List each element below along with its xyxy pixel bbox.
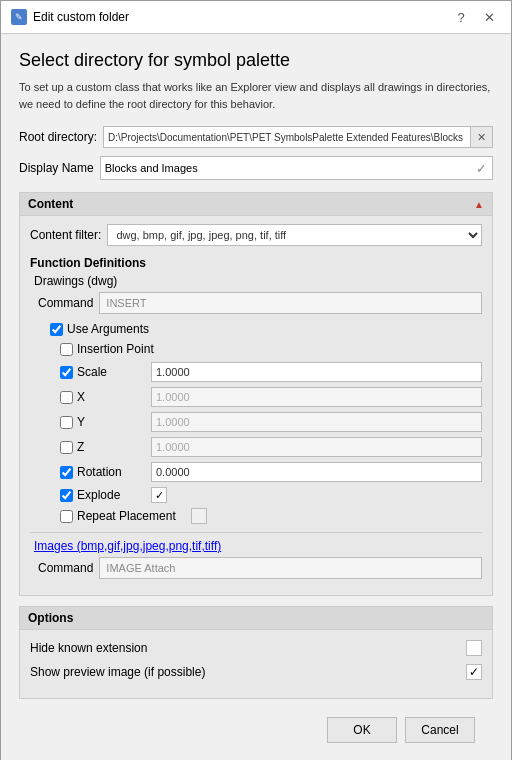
z-input[interactable] [151,437,482,457]
use-arguments-label: Use Arguments [67,322,149,336]
images-command-input[interactable] [99,557,482,579]
explode-row: Explode ✓ [60,487,482,503]
options-section-body: Hide known extension Show preview image … [20,630,492,698]
rotation-label: Rotation [77,465,147,479]
z-row: Z [60,437,482,457]
cancel-button[interactable]: Cancel [405,717,475,743]
title-buttons: ? ✕ [449,7,501,27]
images-command-row: Command [38,557,482,579]
hide-extension-row: Hide known extension [30,640,482,656]
scale-checkbox[interactable] [60,366,73,379]
display-name-row: Display Name ✓ [19,156,493,180]
explode-inner-checkbox[interactable]: ✓ [151,487,167,503]
x-row: X [60,387,482,407]
drawings-label: Drawings (dwg) [34,274,482,288]
repeat-placement-label: Repeat Placement [77,509,187,523]
root-directory-row: Root directory: ✕ [19,126,493,148]
dialog: ✎ Edit custom folder ? ✕ Select director… [0,0,512,760]
help-button[interactable]: ? [449,7,473,27]
content-collapse-icon: ▲ [474,199,484,210]
section-divider [30,532,482,533]
content-section-header[interactable]: Content ▲ [20,193,492,216]
close-button[interactable]: ✕ [477,7,501,27]
display-name-label: Display Name [19,161,94,175]
content-filter-select-wrapper: dwg, bmp, gif, jpg, jpeg, png, tif, tiff [107,224,482,246]
scale-input[interactable] [151,362,482,382]
display-name-field: ✓ [100,156,493,180]
command-input[interactable] [99,292,482,314]
scale-row: Scale [60,362,482,382]
content-filter-label: Content filter: [30,228,101,242]
use-arguments-checkbox[interactable] [50,323,63,336]
command-row: Command [38,292,482,314]
command-label: Command [38,296,93,310]
rotation-input[interactable] [151,462,482,482]
y-checkbox[interactable] [60,416,73,429]
dialog-title-bar: Edit custom folder [33,10,129,24]
options-section-title: Options [28,611,73,625]
repeat-placement-checkbox[interactable] [60,510,73,523]
explode-label: Explode [77,488,147,502]
content-section: Content ▲ Content filter: dwg, bmp, gif,… [19,192,493,596]
title-bar: ✎ Edit custom folder ? ✕ [1,1,511,34]
root-directory-clear-button[interactable]: ✕ [471,126,493,148]
display-name-input[interactable] [101,157,470,179]
hide-extension-checkbox[interactable] [466,640,482,656]
dialog-description: To set up a custom class that works like… [19,79,493,112]
z-label: Z [77,440,147,454]
y-row: Y [60,412,482,432]
content-section-body: Content filter: dwg, bmp, gif, jpg, jpeg… [20,216,492,595]
ok-button[interactable]: OK [327,717,397,743]
options-section-header[interactable]: Options [20,607,492,630]
hide-extension-label: Hide known extension [30,641,460,655]
x-checkbox[interactable] [60,391,73,404]
rotation-row: Rotation [60,462,482,482]
dialog-body: Select directory for symbol palette To s… [1,34,511,760]
explode-checkbox[interactable] [60,489,73,502]
y-label: Y [77,415,147,429]
repeat-placement-indicator [191,508,207,524]
images-label: Images (bmp,gif,jpg,jpeg,png,tif,tiff) [34,539,482,553]
options-section: Options Hide known extension Show previe… [19,606,493,699]
images-command-label: Command [38,561,93,575]
x-input[interactable] [151,387,482,407]
show-preview-label: Show preview image (if possible) [30,665,460,679]
y-input[interactable] [151,412,482,432]
display-name-check-icon: ✓ [470,157,492,179]
repeat-placement-row: Repeat Placement [60,508,482,524]
function-definitions-label: Function Definitions [30,256,482,270]
content-section-title: Content [28,197,73,211]
use-arguments-row: Use Arguments [50,322,482,336]
root-directory-field: ✕ [103,126,493,148]
insertion-point-row: Insertion Point [60,342,482,356]
insertion-point-checkbox[interactable] [60,343,73,356]
show-preview-checkbox[interactable]: ✓ [466,664,482,680]
content-filter-row: Content filter: dwg, bmp, gif, jpg, jpeg… [30,224,482,246]
dialog-icon: ✎ [11,9,27,25]
show-preview-row: Show preview image (if possible) ✓ [30,664,482,680]
insertion-point-label: Insertion Point [77,342,154,356]
page-title: Select directory for symbol palette [19,50,493,71]
content-filter-select[interactable]: dwg, bmp, gif, jpg, jpeg, png, tif, tiff [107,224,482,246]
x-label: X [77,390,147,404]
title-bar-left: ✎ Edit custom folder [11,9,129,25]
root-directory-input[interactable] [103,126,471,148]
root-directory-label: Root directory: [19,130,97,144]
dialog-footer: OK Cancel [19,709,493,757]
scale-label: Scale [77,365,147,379]
z-checkbox[interactable] [60,441,73,454]
rotation-checkbox[interactable] [60,466,73,479]
